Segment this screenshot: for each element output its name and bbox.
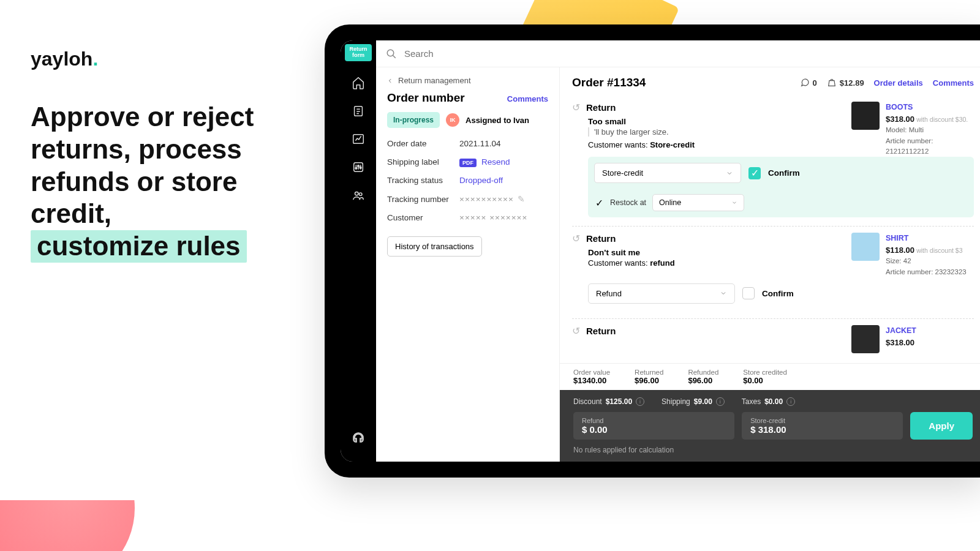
search-bar (376, 40, 980, 67)
order-panel: Return management Order number Comments … (376, 67, 560, 462)
restock-select[interactable]: Online (652, 194, 744, 211)
info-icon[interactable]: i (716, 397, 725, 406)
undo-icon: ↺ (572, 102, 580, 113)
search-input[interactable] (404, 48, 976, 59)
info-icon[interactable]: i (786, 397, 795, 406)
return-title: Return (586, 233, 616, 244)
apply-button[interactable]: Apply (910, 412, 973, 440)
svg-point-6 (355, 192, 359, 195)
tracking-status-value[interactable]: Dropped-off (459, 176, 503, 185)
resend-link[interactable]: Resend (481, 157, 510, 167)
product-info: SHIRT $118.00 with discount $3 Size: 42 … (886, 233, 967, 277)
pdf-badge[interactable]: PDF (459, 159, 477, 167)
return-title: Return (586, 102, 616, 113)
customer-wants: Customer wants: refund (588, 258, 842, 268)
tracking-number-value: ×××××××××× (459, 195, 514, 204)
confirm-label: Confirm (768, 168, 800, 178)
return-form-tab[interactable]: Return form (345, 44, 372, 61)
restock-checkbox[interactable]: ✓ (594, 198, 604, 208)
action-row: Store-credit ✓ Confirm ✓ Restock at Onli… (588, 157, 974, 217)
assignee-text: Assigned to Ivan (466, 116, 529, 125)
product-image (851, 325, 880, 353)
app-screen: Return form Return management Order numb… (341, 40, 980, 462)
return-note: 'll buy the larger size. (588, 127, 842, 137)
order-date-value: 2021.11.04 (459, 139, 501, 148)
action-select[interactable]: Store-credit (594, 163, 741, 183)
content: Return management Order number Comments … (376, 67, 980, 462)
info-icon[interactable]: i (636, 397, 644, 406)
return-reason: Don't suit me (588, 248, 842, 257)
history-button[interactable]: History of transactions (387, 236, 482, 257)
totals-row: Order value$1340.00 Returned$96.00 Refun… (560, 364, 980, 390)
panel-title: Order number (387, 91, 465, 105)
shipping-label-label: Shipping label (387, 157, 459, 167)
product-info: JACKET $318.00 (886, 325, 916, 353)
return-card: ↺Return Don't suit me Customer wants: re… (572, 227, 974, 319)
home-icon[interactable] (348, 72, 369, 93)
footer: Order value$1340.00 Returned$96.00 Refun… (560, 363, 980, 462)
main-area: Return management Order number Comments … (376, 40, 980, 462)
returns-list: ↺Return Too small 'll buy the larger siz… (560, 96, 980, 363)
undo-icon: ↺ (572, 233, 580, 244)
hero-block: yayloh. Approve or reject returns, proce… (31, 48, 318, 263)
settings-icon[interactable] (348, 157, 369, 178)
undo-icon: ↺ (572, 325, 580, 337)
return-reason: Too small (588, 117, 842, 126)
comments-header-link[interactable]: Comments (933, 78, 974, 88)
product-image (851, 102, 880, 130)
status-badge: In-progress (387, 112, 440, 128)
svg-point-8 (387, 50, 394, 56)
order-weight: $12.89 (827, 78, 864, 88)
svg-point-7 (359, 193, 362, 196)
rules-note: No rules applied for calculation (573, 446, 973, 454)
tracking-status-label: Tracking status (387, 176, 459, 185)
return-title: Return (586, 326, 616, 336)
clipboard-icon[interactable] (348, 100, 369, 121)
chevron-left-icon (387, 78, 393, 84)
confirm-checkbox[interactable]: ✓ (748, 167, 761, 179)
breadcrumb[interactable]: Return management (387, 76, 548, 85)
product-image (851, 233, 880, 261)
edit-icon[interactable]: ✎ (518, 194, 525, 204)
decor-pink (0, 429, 135, 551)
assignee-avatar: IK (446, 113, 459, 127)
return-card: ↺Return Too small 'll buy the larger siz… (572, 96, 974, 227)
brand-logo: yayloh. (31, 48, 318, 70)
order-details-link[interactable]: Order details (874, 78, 923, 88)
returns-panel: Order #11334 0 $12.89 Order details Comm… (560, 67, 980, 462)
confirm-label: Confirm (762, 289, 794, 298)
refund-amount-box[interactable]: Refund$ 0.00 (573, 412, 734, 440)
search-icon (386, 48, 397, 59)
dark-footer: Discount $125.00 i Shipping $9.00 i Taxe… (560, 390, 980, 462)
comments-link[interactable]: Comments (507, 94, 548, 103)
customer-wants: Customer wants: Store-credit (588, 140, 842, 149)
users-icon[interactable] (348, 185, 369, 206)
hero-tagline: Approve or reject returns, process refun… (31, 101, 318, 263)
return-card: ↺Return JACKET $318.00 (572, 319, 974, 353)
chart-icon[interactable] (348, 129, 369, 149)
device-frame: Return form Return management Order numb… (325, 24, 980, 478)
comments-count[interactable]: 0 (800, 78, 817, 88)
order-title: Order #11334 (572, 76, 646, 89)
tracking-number-label: Tracking number (387, 195, 459, 204)
confirm-checkbox[interactable] (742, 287, 755, 299)
sidebar: Return form (341, 40, 376, 462)
order-date-label: Order date (387, 139, 459, 148)
support-icon[interactable] (348, 429, 369, 449)
action-row: Refund Confirm (588, 277, 974, 310)
storecredit-amount-box[interactable]: Store-credit$ 318.00 (742, 412, 903, 440)
customer-value: ××××× ××××××× (459, 213, 527, 222)
action-select[interactable]: Refund (588, 283, 735, 304)
product-info: BOOTS $318.00 with discount $30. Model: … (886, 102, 974, 157)
restock-label: Restock at (610, 198, 646, 207)
customer-label: Customer (387, 213, 459, 222)
